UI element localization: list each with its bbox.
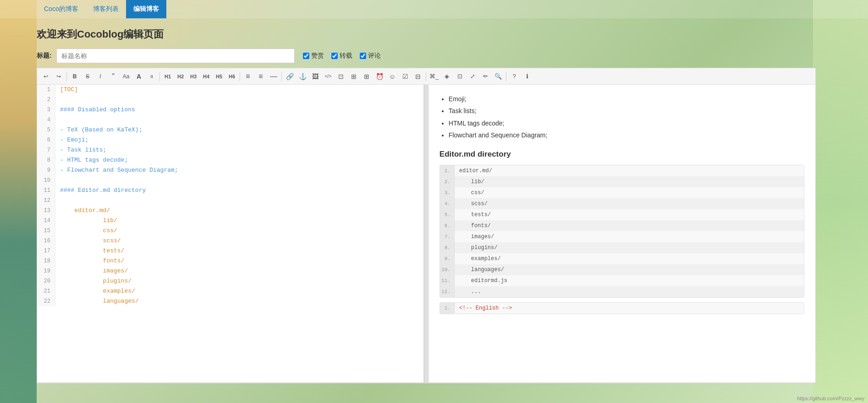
anchor-button[interactable]: ⚓	[297, 71, 308, 82]
title-input[interactable]	[56, 49, 295, 63]
code-block-button[interactable]: ⊡	[335, 71, 347, 82]
checkbox-repost-label: 转载	[340, 52, 352, 60]
terminal-button[interactable]: ⌘_	[428, 71, 440, 82]
dir-content-1: editor.md/	[455, 165, 492, 176]
line-num-16: 16	[37, 236, 55, 246]
code-block2-button[interactable]: ⊞	[348, 71, 360, 82]
dir-content-11: editormd.js	[455, 275, 507, 286]
toolbar: ↩ ↪ B S I " Aa A a H1 H2 H3 H4 H5 H6 ≡ ≡	[37, 68, 815, 85]
disabled-item-emoji: Emoji;	[449, 94, 804, 104]
h1-button[interactable]: H1	[162, 71, 174, 82]
checkbox-repost[interactable]: 转载	[331, 52, 352, 60]
line-content-1: [TOC]	[55, 85, 78, 95]
dir-line-10: 10. languages/	[440, 264, 804, 275]
line-content-3: #### Disabled options	[55, 105, 135, 115]
dir-line-11: 11. editormd.js	[440, 275, 804, 286]
h2-button[interactable]: H2	[175, 71, 187, 82]
nav-home[interactable]: Coco的博客	[37, 0, 86, 18]
html-num-1: 1.	[440, 303, 455, 314]
toolbar-sep-2	[159, 72, 160, 81]
dir-num-8: 8.	[440, 242, 455, 253]
line-content-8: - HTML tags decode;	[55, 155, 128, 165]
h6-button[interactable]: H6	[226, 71, 238, 82]
code-line-4: 4	[37, 115, 423, 125]
dir-num-3: 3.	[440, 187, 455, 198]
preview-toggle-button[interactable]: ◈	[441, 71, 453, 82]
disabled-item-tasklists: Task lists;	[449, 106, 804, 116]
nav-blog-list[interactable]: 博客列表	[86, 0, 126, 18]
dir-num-5: 5.	[440, 209, 455, 220]
dir-content-2: lib/	[455, 176, 484, 187]
search-button[interactable]: 🔍	[492, 71, 504, 82]
line-num-15: 15	[37, 226, 55, 236]
h5-button[interactable]: H5	[213, 71, 225, 82]
image-button[interactable]: 🖼	[309, 71, 321, 82]
help-button[interactable]: ?	[508, 71, 520, 82]
dir-num-10: 10.	[440, 264, 455, 275]
line-content-18: fonts/	[55, 256, 124, 266]
nav-edit-blog[interactable]: 编辑博客	[126, 0, 166, 18]
code-pane[interactable]: 1 [TOC] 2 3 #### Disabled options 4	[37, 85, 424, 382]
code-line-9: 9 - Flowchart and Sequence Diagram;	[37, 165, 423, 175]
dir-line-7: 7. images/	[440, 231, 804, 242]
dir-content-9: examples/	[455, 253, 501, 264]
dir-num-11: 11.	[440, 275, 455, 286]
h4-button[interactable]: H4	[200, 71, 212, 82]
strikethrough-button[interactable]: S	[82, 71, 93, 82]
unordered-list-button[interactable]: ≡	[242, 71, 254, 82]
italic-button[interactable]: I	[94, 71, 106, 82]
line-content-19: images/	[55, 266, 128, 276]
directory-heading: Editor.md directory	[439, 148, 804, 160]
fontsize-small-button[interactable]: a	[146, 71, 158, 82]
dir-line-4: 4. scss/	[440, 198, 804, 209]
code-inline-button[interactable]: </>	[322, 71, 334, 82]
table-button[interactable]: ⊞	[361, 71, 373, 82]
line-num-8: 8	[37, 155, 55, 165]
directory-code-block: 1. editor.md/ 2. lib/ 3. css/ 4.	[439, 165, 804, 298]
pen-button[interactable]: ✏	[479, 71, 491, 82]
line-num-9: 9	[37, 165, 55, 175]
code-line-13: 13 editor.md/	[37, 206, 423, 216]
line-num-10: 10	[37, 175, 55, 185]
bold-button[interactable]: B	[69, 71, 81, 82]
ordered-list-button[interactable]: ≡	[255, 71, 267, 82]
fontsize-big-button[interactable]: A	[133, 71, 145, 82]
dir-content-5: tests/	[455, 209, 491, 220]
dir-line-6: 6. fonts/	[440, 220, 804, 231]
code-line-3: 3 #### Disabled options	[37, 105, 423, 115]
checkbox-appreciate-input[interactable]	[303, 53, 309, 59]
code-line-16: 16 scss/	[37, 236, 423, 246]
link-button[interactable]: 🔗	[284, 71, 296, 82]
checkbox-appreciate[interactable]: 赞赏	[303, 52, 324, 60]
disabled-item-flowchart: Flowchart and Sequence Diagram;	[449, 130, 804, 140]
info-button[interactable]: ℹ	[521, 71, 533, 82]
watermark: https://github.com/Pzzzz_wwy	[797, 396, 864, 401]
checkbox-comment[interactable]: 评论	[360, 52, 381, 60]
fullscreen-button[interactable]: ⤢	[467, 71, 478, 82]
fontsize-aa-button[interactable]: Aa	[120, 71, 132, 82]
code-line-5: 5 - TeX (Based on KaTeX);	[37, 125, 423, 135]
checkbox-comment-input[interactable]	[360, 53, 366, 59]
grid-button[interactable]: ⊟	[412, 71, 424, 82]
datetime-button[interactable]: ⏰	[374, 71, 385, 82]
toolbar-sep-6	[506, 72, 506, 81]
dir-content-7: images/	[455, 231, 494, 242]
line-num-14: 14	[37, 216, 55, 226]
code-line-11: 11 #### Editor.md directory	[37, 185, 423, 196]
checkboxes-row: 赞赏 转载 评论	[303, 52, 381, 60]
quote-button[interactable]: "	[107, 71, 119, 82]
hr-button[interactable]: —	[268, 71, 280, 82]
line-num-7: 7	[37, 145, 55, 155]
dir-content-12: ...	[455, 286, 481, 297]
undo-button[interactable]: ↩	[40, 71, 52, 82]
h3-button[interactable]: H3	[187, 71, 199, 82]
dir-content-8: plugins/	[455, 242, 498, 253]
dir-num-6: 6.	[440, 220, 455, 231]
task-list-button[interactable]: ☑	[399, 71, 411, 82]
checkbox-repost-input[interactable]	[331, 53, 338, 59]
dir-line-2: 2. lib/	[440, 176, 804, 187]
line-num-11: 11	[37, 185, 55, 196]
redo-button[interactable]: ↪	[53, 71, 65, 82]
emoji-button[interactable]: ☺	[386, 71, 398, 82]
fullscreen-preview-button[interactable]: ⊡	[454, 71, 466, 82]
